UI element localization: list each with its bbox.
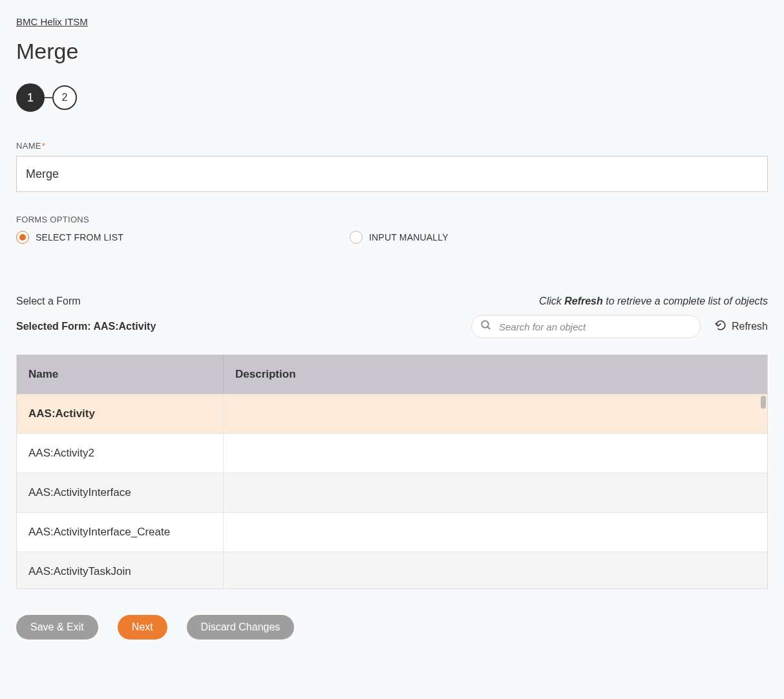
stepper: 1 2: [16, 83, 768, 112]
radio-circle-icon: [350, 231, 363, 244]
table-cell-name: AAS:ActivityInterface: [17, 473, 224, 512]
table-cell-name: AAS:ActivityTaskJoin: [17, 552, 224, 588]
refresh-hint-bold: Refresh: [564, 296, 603, 306]
radio-input-manually-label: INPUT MANUALLY: [369, 232, 449, 242]
table-cell-name: AAS:Activity: [17, 394, 224, 433]
table-cell-description: [224, 434, 767, 473]
table-cell-description: [224, 394, 767, 433]
next-button[interactable]: Next: [118, 615, 167, 640]
svg-line-1: [487, 327, 490, 329]
step-1[interactable]: 1: [16, 83, 45, 112]
table-cell-name: AAS:Activity2: [17, 434, 224, 473]
table-body[interactable]: AAS:ActivityAAS:Activity2AAS:ActivityInt…: [17, 394, 767, 588]
save-exit-button[interactable]: Save & Exit: [16, 615, 98, 640]
table-cell-name: AAS:ActivityInterface_Create: [17, 513, 224, 552]
table-header-description[interactable]: Description: [224, 355, 767, 394]
refresh-button-label: Refresh: [732, 321, 768, 332]
table-cell-description: [224, 513, 767, 552]
forms-table: Name Description AAS:ActivityAAS:Activit…: [16, 354, 768, 589]
selected-form-value: AAS:Activity: [93, 321, 156, 332]
select-form-label: Select a Form: [16, 296, 81, 307]
step-connector: [45, 97, 52, 98]
selected-form-label: Selected Form: AAS:Activity: [16, 321, 156, 332]
search-input[interactable]: [471, 315, 701, 338]
forms-options-label: FORMS OPTIONS: [16, 215, 768, 224]
table-header: Name Description: [17, 355, 767, 394]
step-2[interactable]: 2: [52, 85, 77, 110]
refresh-button[interactable]: Refresh: [715, 319, 768, 334]
breadcrumb-link[interactable]: BMC Helix ITSM: [16, 16, 88, 27]
search-icon: [480, 319, 492, 334]
name-label: NAME*: [16, 141, 768, 151]
required-asterisk: *: [42, 141, 45, 151]
table-row[interactable]: AAS:Activity: [17, 394, 767, 434]
radio-circle-icon: [16, 231, 29, 244]
discard-changes-button[interactable]: Discard Changes: [187, 615, 295, 640]
name-input[interactable]: [16, 156, 768, 192]
radio-select-from-list-label: SELECT FROM LIST: [36, 232, 123, 242]
refresh-hint-prefix: Click: [539, 296, 564, 306]
table-cell-description: [224, 473, 767, 512]
refresh-hint-suffix: to retrieve a complete list of objects: [603, 296, 768, 306]
table-row[interactable]: AAS:Activity2: [17, 434, 767, 473]
radio-input-manually[interactable]: INPUT MANUALLY: [350, 231, 449, 244]
footer-buttons: Save & Exit Next Discard Changes: [16, 615, 768, 640]
scrollbar-thumb[interactable]: [761, 396, 766, 409]
name-label-text: NAME: [16, 141, 41, 151]
radio-dot-icon: [19, 234, 26, 241]
refresh-icon: [715, 319, 726, 334]
table-header-name[interactable]: Name: [17, 355, 224, 394]
table-row[interactable]: AAS:ActivityInterface_Create: [17, 513, 767, 552]
table-row[interactable]: AAS:ActivityTaskJoin: [17, 552, 767, 588]
svg-point-0: [482, 321, 489, 328]
page-title: Merge: [16, 39, 768, 64]
refresh-hint: Click Refresh to retrieve a complete lis…: [539, 296, 768, 307]
table-row[interactable]: AAS:ActivityInterface: [17, 473, 767, 513]
table-cell-description: [224, 552, 767, 588]
radio-select-from-list[interactable]: SELECT FROM LIST: [16, 231, 123, 244]
selected-form-prefix: Selected Form:: [16, 321, 93, 332]
